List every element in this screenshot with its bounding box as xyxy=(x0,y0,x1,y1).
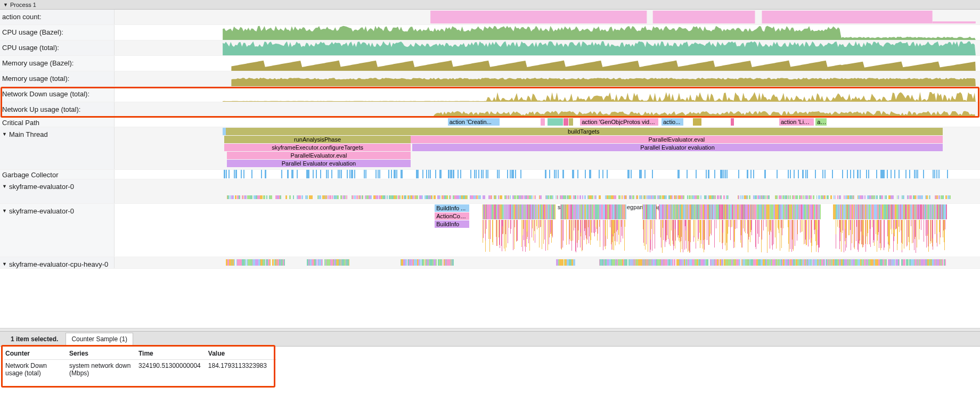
gc-tick xyxy=(460,170,461,178)
gc-tick xyxy=(938,170,940,178)
main-thread-block[interactable]: ParallelEvaluator.eval xyxy=(411,136,943,143)
critical-path-block[interactable]: act... xyxy=(815,118,827,126)
th-counter[interactable]: Counter xyxy=(4,348,68,360)
main-thread-block[interactable]: buildTargets xyxy=(224,128,943,135)
gc-tick xyxy=(726,170,728,178)
track-skyframe-eval-0a[interactable]: ▼ skyframe-evaluator-0 xyxy=(0,179,980,204)
track-net-up[interactable]: Network Up usage (total): xyxy=(0,102,980,118)
track-action-count[interactable]: action count: xyxy=(0,10,980,25)
gc-tick xyxy=(520,170,521,178)
gc-tick xyxy=(474,170,475,178)
gc-tick xyxy=(428,170,429,178)
critical-path-block[interactable]: actio... xyxy=(662,118,683,126)
gc-tick xyxy=(341,170,342,178)
gc-tick xyxy=(794,170,795,178)
critical-path-block[interactable] xyxy=(731,118,734,126)
track-main-thread[interactable]: ▼ Main Thread buildTargetsrunAnalysisPha… xyxy=(0,127,980,170)
gc-tick xyxy=(847,170,848,178)
gc-tick xyxy=(375,170,377,178)
gc-tick xyxy=(417,170,418,178)
track-skyframe-cpu-heavy[interactable]: ▼ skyframe-evaluator-cpu-heavy-0 xyxy=(0,257,980,269)
svg-rect-2 xyxy=(762,11,933,23)
gc-tick xyxy=(822,170,823,178)
track-skyframe-eval-0b[interactable]: ▼ skyframe-evaluator-0 BuildInfo ...Acti… xyxy=(0,204,980,257)
track-critical-path[interactable]: Critical Path action 'Creatin...action '… xyxy=(0,118,980,127)
track-label: action count: xyxy=(2,13,42,21)
process-header[interactable]: ▼ Process 1 xyxy=(0,0,980,10)
critical-path-block[interactable]: action 'GenObjcProtos video/... xyxy=(580,118,658,126)
chevron-down-icon[interactable]: ▼ xyxy=(2,183,7,189)
gc-tick xyxy=(448,170,450,178)
gc-tick xyxy=(513,170,514,178)
critical-path-block[interactable] xyxy=(569,118,573,126)
skyframe-block[interactable]: BuildInfo ... xyxy=(435,204,469,212)
gc-tick xyxy=(881,170,883,178)
gc-tick xyxy=(894,170,895,178)
track-cpu-total[interactable]: CPU usage (total): xyxy=(0,40,980,56)
tab-counter-sample[interactable]: Counter Sample (1) xyxy=(66,333,133,345)
gc-tick xyxy=(470,170,471,178)
skyframe-block[interactable]: BuildInfo xyxy=(435,220,469,228)
critical-path-block[interactable]: action 'Linking go... xyxy=(779,118,814,126)
gc-tick xyxy=(234,170,235,178)
main-thread-block[interactable]: Parallel Evaluator evaluation xyxy=(227,160,411,167)
track-label: skyframe-evaluator-0 xyxy=(9,183,74,191)
gc-tick xyxy=(426,170,427,178)
gc-tick xyxy=(458,170,459,178)
chevron-down-icon[interactable]: ▼ xyxy=(2,260,7,267)
track-label: Garbage Collector xyxy=(2,171,59,179)
th-value[interactable]: Value xyxy=(207,348,276,360)
details-pane: 1 item selected. Counter Sample (1) Coun… xyxy=(0,331,980,395)
gc-tick xyxy=(725,170,726,178)
main-thread-block[interactable]: ParallelEvaluator.eval xyxy=(227,152,411,159)
gc-tick xyxy=(288,170,289,178)
track-label: CPU usage (total): xyxy=(2,44,59,52)
critical-path-block[interactable] xyxy=(541,118,545,126)
gc-tick xyxy=(391,170,392,178)
gc-tick xyxy=(507,170,508,178)
track-net-down[interactable]: Network Down usage (total): xyxy=(0,87,980,102)
gc-tick xyxy=(805,170,806,178)
gc-tick xyxy=(347,170,348,178)
chevron-down-icon[interactable]: ▼ xyxy=(2,130,7,137)
gc-tick xyxy=(866,170,867,178)
gc-tick xyxy=(602,170,603,178)
process-title: Process 1 xyxy=(10,2,36,8)
svg-rect-1 xyxy=(653,11,755,23)
counter-sample-table: Counter Series Time Value Network Down u… xyxy=(4,348,276,379)
gc-tick xyxy=(696,170,697,178)
table-row[interactable]: Network Down usage (total) system networ… xyxy=(4,360,276,380)
gc-tick xyxy=(722,170,723,178)
th-series[interactable]: Series xyxy=(68,348,137,360)
main-thread-block[interactable]: Parallel Evaluator evaluation xyxy=(412,144,943,151)
gc-tick xyxy=(884,170,885,178)
gc-tick xyxy=(723,170,724,178)
gc-tick xyxy=(868,170,869,178)
main-thread-block[interactable]: skyframeExecutor.configureTargets xyxy=(224,144,410,151)
gc-tick xyxy=(883,170,884,178)
track-cpu-bazel[interactable]: CPU usage (Bazel): xyxy=(0,25,980,40)
th-time[interactable]: Time xyxy=(137,348,207,360)
gc-tick xyxy=(631,170,632,178)
track-gc[interactable]: Garbage Collector xyxy=(0,170,980,179)
gc-tick xyxy=(339,170,340,178)
critical-path-block[interactable] xyxy=(693,118,701,126)
gc-tick xyxy=(934,170,935,178)
gc-tick xyxy=(850,170,851,178)
gc-tick xyxy=(241,170,242,178)
cell-time: 324190.51300000004 xyxy=(137,360,207,380)
main-thread-block[interactable]: runAnalysisPhase xyxy=(224,136,410,143)
skyframe-block[interactable]: ActionConti... xyxy=(435,212,469,220)
gc-tick xyxy=(226,170,227,178)
selection-summary: 1 item selected. xyxy=(5,333,63,345)
gc-tick xyxy=(486,170,487,178)
chevron-down-icon[interactable]: ▼ xyxy=(2,207,7,213)
track-mem-total[interactable]: Memory usage (total): xyxy=(0,71,980,87)
gc-tick xyxy=(236,170,237,178)
critical-path-block[interactable] xyxy=(548,118,563,126)
track-mem-bazel[interactable]: Memory usage (Bazel): xyxy=(0,56,980,71)
gc-tick xyxy=(824,170,826,178)
critical-path-block[interactable]: action 'Creatin... xyxy=(448,118,500,126)
critical-path-block[interactable] xyxy=(564,118,568,126)
gc-tick xyxy=(832,170,833,178)
